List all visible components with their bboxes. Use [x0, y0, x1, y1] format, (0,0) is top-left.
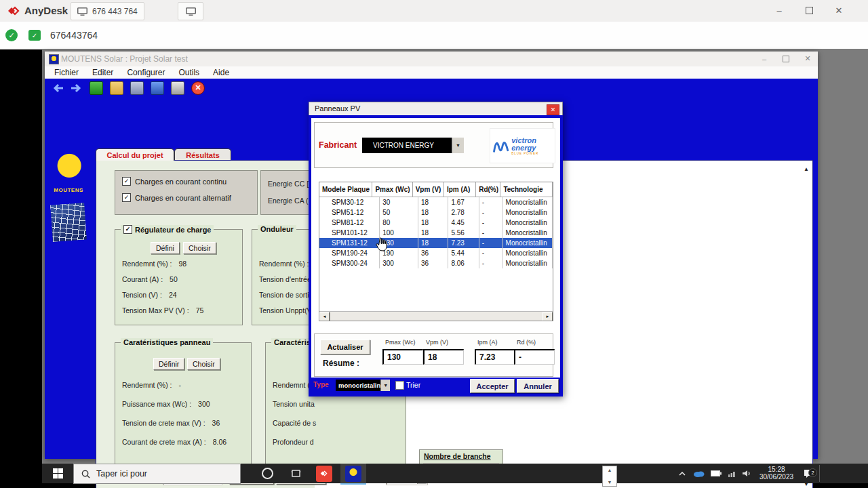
table-cell: - [479, 238, 503, 248]
tab-calcul-du-projet[interactable]: Calcul du projet [96, 148, 174, 161]
field-row: Courant de crete max (A) :8.06 [122, 438, 248, 446]
resume-field-value[interactable]: 18 [423, 349, 464, 365]
app-close-button[interactable]: ✕ [797, 52, 818, 66]
table-cell: SPM131-12 [319, 238, 380, 248]
menu-configurer[interactable]: Configurer [127, 68, 165, 77]
actualiser-button[interactable]: Actualiser [320, 340, 370, 354]
table-row[interactable]: SPM30-1230181.67-Monocristallin [319, 197, 553, 207]
anydesk-taskbar-button[interactable] [312, 464, 336, 483]
save-icon[interactable] [130, 81, 144, 95]
table-row[interactable]: SPM101-12100185.56-Monocristallin [319, 228, 553, 238]
type-dropdown[interactable]: monocristalin ▼ [336, 380, 390, 391]
anydesk-app-icon [316, 466, 332, 482]
notification-center-button[interactable]: 2 [800, 464, 818, 483]
table-cell: - [479, 248, 503, 258]
table-cell: 100 [380, 228, 418, 238]
scroll-up-icon[interactable]: ▲ [804, 166, 809, 172]
table-row[interactable]: SPM300-24300368.06-Monocristallin [319, 258, 553, 268]
panneau-choisir-button[interactable]: Choisir [187, 358, 220, 370]
field-row: Courant (A) :50 [122, 275, 239, 283]
column-header[interactable]: Ipm (A) [444, 182, 476, 197]
resume-field-label: Vpm (V) [426, 339, 448, 346]
table-row[interactable]: SPM81-1280184.45-Monocristallin [319, 218, 553, 228]
forward-arrow-icon[interactable] [71, 83, 83, 93]
show-desktop-divider[interactable] [819, 465, 820, 482]
back-arrow-icon[interactable] [52, 83, 64, 93]
table-horizontal-scrollbar[interactable]: ◄ ► [319, 311, 553, 321]
tab-resultats[interactable]: Résultats [174, 148, 231, 161]
annuler-button[interactable]: Annuler [517, 379, 559, 393]
field-label: Courant (A) : [122, 275, 163, 283]
victron-logo-icon [492, 136, 509, 155]
close-button[interactable]: ✕ [825, 0, 853, 21]
cortana-button[interactable] [254, 464, 281, 483]
open-folder-icon[interactable] [110, 81, 123, 95]
field-label: Profondeur d [273, 438, 314, 446]
table-cell: 18 [418, 207, 448, 218]
resume-field-value[interactable]: 7.23 [475, 349, 515, 365]
table-row[interactable]: SPM131-12130187.23-Monocristallin [319, 238, 553, 248]
scroll-right-icon[interactable]: ► [542, 312, 553, 321]
view-scroll-widget[interactable]: ▲▼ [602, 466, 617, 487]
exit-icon[interactable]: ✕ [191, 81, 205, 95]
panneau-definir-button[interactable]: Définir [153, 358, 184, 370]
dialog-close-button[interactable]: ✕ [547, 104, 559, 115]
taskbar-clock[interactable]: 15:28 30/06/2023 [755, 466, 797, 481]
menu-outils[interactable]: Outils [178, 68, 199, 77]
column-header[interactable]: Vpm (V) [413, 182, 444, 197]
menu-editer[interactable]: Editer [92, 68, 113, 77]
moutens-taskbar-button[interactable] [340, 464, 366, 485]
table-row[interactable]: SPM51-1250182.78-Monocristallin [319, 207, 553, 218]
resume-field-value[interactable]: 130 [382, 349, 423, 365]
app-minimize-button[interactable]: – [754, 52, 774, 66]
chat-status-icon[interactable]: ✓ [28, 30, 41, 41]
column-header[interactable]: Pmax (Wc) [372, 182, 412, 197]
dropdown-arrow-icon[interactable]: ▼ [452, 138, 464, 153]
checkbox[interactable]: ✓ [122, 193, 131, 202]
dropdown-arrow-icon[interactable]: ▼ [380, 380, 390, 391]
trier-checkbox[interactable] [395, 381, 404, 390]
regulateur-choisir-button[interactable]: Choisir [183, 242, 216, 254]
resume-field-value[interactable]: - [514, 349, 555, 365]
field-row: Capacité de s [273, 419, 403, 427]
minimize-button[interactable]: – [765, 0, 793, 21]
app-restore-button[interactable] [776, 52, 796, 66]
restore-button[interactable] [795, 0, 823, 21]
task-view-button[interactable] [282, 464, 309, 483]
tab-label: Calcul du projet [106, 151, 163, 159]
accepter-button[interactable]: Accepter [470, 379, 515, 393]
app-window-title: MOUTENS Solar : Projet Solar test [61, 54, 188, 64]
regulateur-checkbox[interactable]: ✓ [123, 225, 132, 234]
checkbox[interactable]: ✓ [122, 177, 131, 186]
column-header[interactable]: Rd(%) [476, 182, 500, 197]
start-button[interactable] [42, 464, 73, 483]
battery-icon[interactable] [708, 464, 724, 483]
fabricant-section: Fabricant VICTRON ENERGY ▼ victron energ… [314, 122, 553, 168]
field-label: Capacité de s [273, 419, 316, 427]
tray-expand-chevron-icon[interactable] [675, 464, 689, 483]
tab-label: Résultats [186, 151, 220, 159]
fabricant-dropdown[interactable]: VICTRON ENERGY ▼ [362, 138, 464, 153]
new-project-icon[interactable] [90, 81, 103, 95]
menu-fichier[interactable]: Fichier [54, 68, 79, 77]
taskbar-search[interactable]: Taper ici pour [73, 464, 241, 484]
anydesk-session-tab[interactable]: 676 443 764 [71, 2, 144, 20]
anydesk-address: 676443764 [50, 30, 98, 41]
monitor-icon[interactable] [151, 81, 164, 95]
field-label: Tension Unppt(V) [259, 306, 314, 314]
volume-icon[interactable] [739, 464, 754, 483]
table-cell: SPM101-12 [319, 228, 380, 238]
panneaux-pv-dialog: Panneaux PV ✕ Fabricant VICTRON ENERGY ▼… [309, 102, 563, 396]
print-icon[interactable] [171, 81, 184, 95]
onedrive-icon[interactable] [690, 464, 707, 483]
resume-field-label: Ipm (A) [477, 339, 498, 346]
table-row[interactable]: SPM190-24190365.44-Monocristallin [319, 248, 553, 258]
column-header[interactable]: Technologie [500, 182, 553, 197]
column-header[interactable]: Modele Plaque [319, 182, 372, 197]
anydesk-new-session-tab[interactable] [178, 2, 203, 20]
menu-aide[interactable]: Aide [213, 68, 229, 77]
regulateur-defini-button[interactable]: Défini [151, 242, 180, 254]
scroll-left-icon[interactable]: ◄ [319, 312, 330, 321]
field-row: Tension Max PV (V) :75 [122, 306, 239, 314]
network-icon[interactable] [726, 464, 739, 483]
